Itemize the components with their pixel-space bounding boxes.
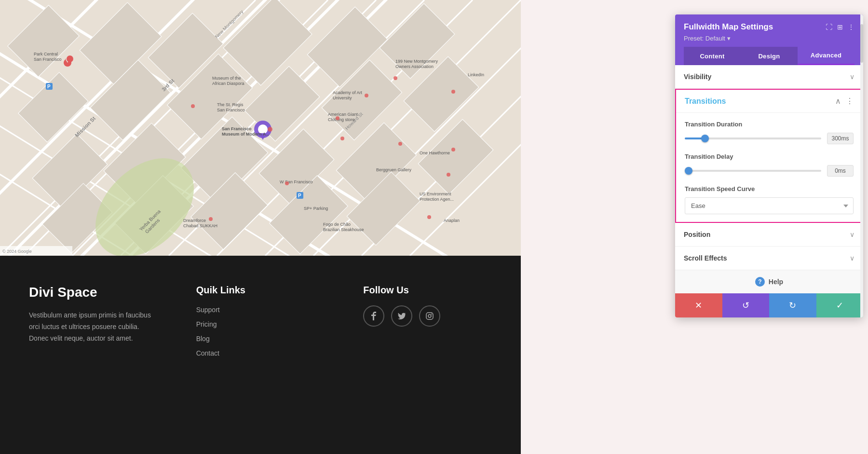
social-links — [363, 305, 492, 327]
tab-advanced[interactable]: Advanced — [798, 47, 854, 65]
list-item[interactable]: Pricing — [196, 320, 325, 329]
svg-point-95 — [340, 137, 344, 140]
svg-text:Dreamforce: Dreamforce — [183, 218, 206, 223]
svg-point-97 — [285, 181, 289, 185]
help-row[interactable]: ? Help — [675, 270, 863, 293]
pricing-link[interactable]: Pricing — [196, 320, 217, 328]
list-item[interactable]: Blog — [196, 334, 325, 343]
panel-header-icons: ⛶ ⊞ ⋮ — [826, 23, 854, 31]
transition-duration-slider-row: 300ms — [685, 133, 854, 144]
footer-social-col: Follow Us — [363, 285, 492, 435]
svg-text:© 2024 Google: © 2024 Google — [2, 249, 32, 254]
svg-point-103 — [431, 314, 432, 315]
svg-text:Chabad SUKKAH: Chabad SUKKAH — [183, 223, 217, 228]
svg-text:Brazilian Steakhouse: Brazilian Steakhouse — [323, 227, 364, 232]
svg-point-92 — [191, 104, 195, 108]
svg-text:Academy of Art: Academy of Art — [333, 90, 363, 95]
svg-text:Park Central: Park Central — [34, 52, 58, 56]
transition-duration-track[interactable] — [685, 138, 821, 139]
svg-text:Clothing store: Clothing store — [328, 117, 355, 122]
redo-button[interactable]: ↻ — [769, 293, 816, 317]
brand-title: Divi Space — [29, 285, 158, 300]
svg-point-98 — [209, 217, 213, 221]
svg-text:Owners Association: Owners Association — [395, 64, 434, 69]
svg-point-91 — [393, 76, 397, 80]
svg-text:University: University — [333, 96, 352, 100]
svg-text:P: P — [47, 84, 51, 89]
svg-point-93 — [336, 116, 339, 120]
transitions-more-icon[interactable]: ⋮ — [846, 96, 854, 106]
twitter-button[interactable] — [391, 305, 412, 327]
transitions-title: Transitions — [685, 97, 726, 106]
transition-delay-value[interactable]: 0ms — [827, 165, 854, 177]
position-chevron-icon: ∨ — [850, 231, 854, 238]
transition-speed-curve-select[interactable]: Ease Linear Ease In Ease Out Ease In Out — [685, 197, 854, 214]
transition-duration-thumb[interactable] — [701, 135, 709, 142]
svg-text:Museum of Modern A...: Museum of Modern A... — [222, 132, 270, 137]
tab-design[interactable]: Design — [741, 47, 798, 65]
panel-scrollbar[interactable] — [860, 14, 863, 317]
transition-delay-track[interactable] — [685, 170, 821, 172]
quick-links-title: Quik Links — [196, 285, 325, 296]
transitions-body: Transition Duration 300ms Transition Del… — [676, 113, 862, 222]
transitions-collapse-icon[interactable]: ∧ — [835, 96, 841, 106]
support-link[interactable]: Support — [196, 306, 220, 314]
svg-text:One Hawthorne: One Hawthorne — [420, 151, 450, 155]
panel-title: Fullwidth Map Settings — [684, 22, 773, 32]
undo-button[interactable]: ↺ — [722, 293, 770, 317]
transition-speed-curve-container: Ease Linear Ease In Ease Out Ease In Out — [685, 197, 854, 214]
visibility-section[interactable]: Visibility ∨ — [675, 65, 863, 89]
transition-speed-curve-label: Transition Speed Curve — [685, 185, 854, 193]
cancel-button[interactable]: ✕ — [675, 293, 722, 317]
scroll-effects-chevron-icon: ∨ — [850, 254, 854, 262]
svg-text:Anaplan: Anaplan — [444, 218, 460, 223]
svg-text:American Giant: American Giant — [328, 112, 358, 117]
instagram-button[interactable] — [419, 305, 440, 327]
transition-delay-label: Transition Delay — [685, 153, 854, 160]
map-container: Yerba Buena Gardens Mission St 3rd St Ho… — [0, 0, 521, 256]
fullscreen-icon[interactable]: ⛶ — [826, 23, 832, 31]
list-item[interactable]: Contact — [196, 349, 325, 358]
brand-description: Vestibulum ante ipsum primis in faucibus… — [29, 310, 158, 344]
tab-content[interactable]: Content — [684, 47, 741, 65]
svg-text:W San Francisco: W San Francisco — [280, 179, 313, 184]
transitions-header-icons: ∧ ⋮ — [835, 96, 854, 106]
facebook-button[interactable] — [363, 305, 384, 327]
svg-text:African Diaspora: African Diaspora — [212, 81, 244, 86]
svg-point-100 — [451, 90, 455, 94]
panel-header: Fullwidth Map Settings ⛶ ⊞ ⋮ Preset: Def… — [675, 14, 863, 65]
svg-point-99 — [427, 215, 431, 219]
panel-scrollbar-thumb[interactable] — [860, 24, 863, 63]
quick-links-list: Support Pricing Blog Contact — [196, 305, 325, 358]
svg-point-90 — [451, 148, 455, 151]
grid-icon[interactable]: ⊞ — [837, 23, 843, 31]
svg-text:P: P — [298, 193, 301, 198]
more-options-icon[interactable]: ⋮ — [848, 23, 854, 31]
svg-text:LinkedIn: LinkedIn — [468, 72, 484, 77]
follow-us-title: Follow Us — [363, 285, 492, 296]
svg-point-94 — [365, 94, 368, 97]
blog-link[interactable]: Blog — [196, 335, 210, 343]
list-item[interactable]: Support — [196, 305, 325, 314]
panel-header-top: Fullwidth Map Settings ⛶ ⊞ ⋮ — [684, 22, 854, 32]
contact-link[interactable]: Contact — [196, 349, 219, 357]
svg-text:199 New Montgomery: 199 New Montgomery — [395, 59, 438, 64]
position-section[interactable]: Position ∨ — [675, 223, 863, 247]
transitions-header: Transitions ∧ ⋮ — [676, 90, 862, 113]
panel-body: Visibility ∨ Transitions ∧ ⋮ Transition … — [675, 65, 863, 317]
svg-text:SP+ Parking: SP+ Parking — [304, 206, 328, 211]
transitions-section: Transitions ∧ ⋮ Transition Duration 300m… — [675, 89, 863, 223]
scroll-effects-title: Scroll Effects — [684, 254, 727, 262]
transition-duration-value[interactable]: 300ms — [827, 133, 854, 144]
svg-rect-101 — [426, 313, 433, 319]
transition-delay-thumb[interactable] — [685, 167, 692, 175]
svg-text:US Environment: US Environment — [420, 192, 451, 196]
settings-panel: Fullwidth Map Settings ⛶ ⊞ ⋮ Preset: Def… — [675, 14, 863, 317]
save-button[interactable]: ✓ — [816, 293, 864, 317]
scroll-effects-section[interactable]: Scroll Effects ∨ — [675, 247, 863, 270]
visibility-chevron-icon: ∨ — [850, 73, 854, 81]
transition-duration-label: Transition Duration — [685, 121, 854, 128]
help-label: Help — [769, 278, 783, 286]
preset-selector[interactable]: Preset: Default ▾ — [684, 35, 854, 42]
svg-text:Berggruen Gallery: Berggruen Gallery — [376, 167, 412, 172]
